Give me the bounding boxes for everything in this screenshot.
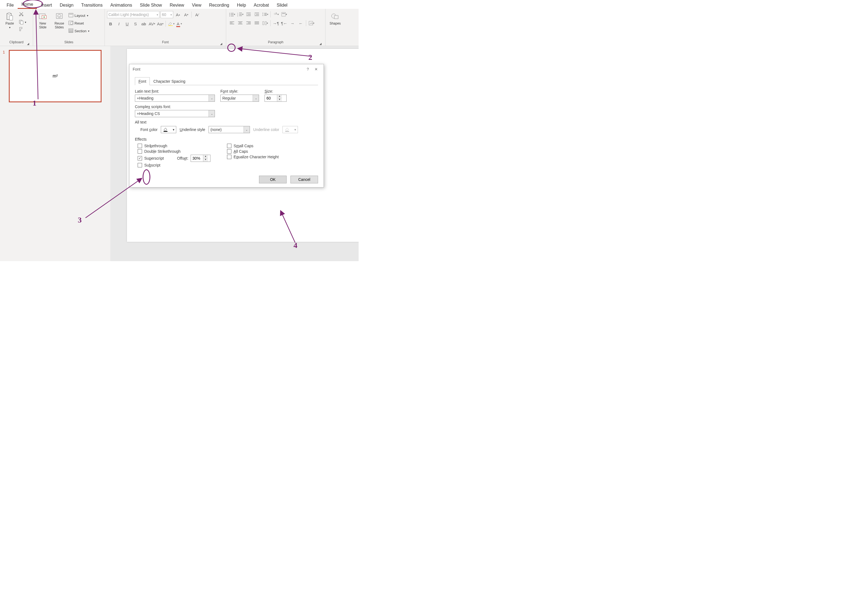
bold-icon[interactable]: B <box>107 20 114 27</box>
tab-animations[interactable]: Animations <box>107 1 136 9</box>
rtl2-icon[interactable]: ← <box>297 20 304 27</box>
font-color-icon[interactable]: A▾ <box>176 20 183 27</box>
dialog-title: Font <box>133 67 140 71</box>
reuse-slides-icon <box>55 12 64 21</box>
align-right-icon[interactable] <box>245 20 252 27</box>
clear-format-icon[interactable]: A⁄ <box>193 11 201 18</box>
reuse-slides-button[interactable]: Reuse Slides <box>52 11 67 29</box>
underline-icon[interactable]: U <box>124 20 131 27</box>
indent-increase-icon[interactable] <box>253 11 260 18</box>
tab-recording[interactable]: Recording <box>205 1 233 9</box>
annotation-number-1: 1 <box>33 99 36 108</box>
format-painter-icon[interactable] <box>19 27 26 33</box>
paste-icon <box>5 12 14 21</box>
highlight-icon[interactable]: ▾ <box>167 20 175 27</box>
dialog-close-button[interactable]: × <box>312 66 320 72</box>
smallcaps-checkbox[interactable] <box>227 144 231 148</box>
copy-button[interactable]: ▾ <box>19 19 26 25</box>
underline-color-picker: ▼ <box>282 126 298 133</box>
tab-help[interactable]: Help <box>233 1 250 9</box>
underline-style-label: Underline style <box>179 127 205 132</box>
superscript-label: Superscript <box>144 156 164 160</box>
font-name-combo[interactable]: Calibri Light (Headings)▾ <box>107 11 159 18</box>
tab-insert[interactable]: Insert <box>37 1 56 9</box>
smartart-icon[interactable]: ▾ <box>308 20 315 27</box>
ltr-icon[interactable]: →¶ <box>272 20 279 27</box>
text-direction-icon[interactable]: ↕A▾ <box>272 11 279 18</box>
clipboard-launcher-icon[interactable]: ◢ <box>26 41 30 45</box>
indent-decrease-icon[interactable] <box>245 11 252 18</box>
shapes-button[interactable]: Shapes <box>328 11 343 25</box>
strike-label: Strikethrough <box>144 144 167 148</box>
slide-thumbnails: 1 m² <box>0 46 110 261</box>
dialog-help-button[interactable]: ? <box>304 67 312 71</box>
ltr2-icon[interactable]: → <box>289 20 296 27</box>
subscript-checkbox[interactable] <box>138 163 142 167</box>
font-size-label: Size: <box>264 89 286 93</box>
tab-slideshow[interactable]: Slide Show <box>136 1 166 9</box>
dialog-tab-spacing[interactable]: Character Spacing <box>150 77 189 85</box>
allcaps-checkbox[interactable] <box>227 149 231 154</box>
new-slide-button[interactable]: New Slide <box>35 11 50 29</box>
underline-style-combo[interactable]: (none)⌄ <box>209 126 250 133</box>
dialog-tab-font[interactable]: Font <box>135 77 150 85</box>
thumb-number: 1 <box>3 50 5 54</box>
svg-point-18 <box>229 13 230 14</box>
strike-checkbox[interactable] <box>138 144 142 148</box>
complex-font-combo[interactable]: +Heading CS⌄ <box>135 110 215 117</box>
align-text-icon[interactable]: ▾ <box>280 11 288 18</box>
paste-button[interactable]: Paste ▾ <box>2 11 17 29</box>
reset-button[interactable]: Reset <box>68 20 90 27</box>
tab-view[interactable]: View <box>188 1 205 9</box>
svg-rect-37 <box>264 14 267 15</box>
shrink-font-icon[interactable]: A▾ <box>182 11 190 18</box>
columns-icon[interactable]: ▾ <box>261 20 269 27</box>
rtl-icon[interactable]: ¶← <box>280 20 288 27</box>
tab-file[interactable]: File <box>3 1 18 9</box>
superscript-checkbox[interactable]: ✓ <box>138 156 142 160</box>
svg-point-10 <box>58 14 61 18</box>
tab-transitions[interactable]: Transitions <box>77 1 107 9</box>
dblstrike-checkbox[interactable] <box>138 149 142 154</box>
latin-font-combo[interactable]: +Heading⌄ <box>135 94 215 102</box>
font-size-combo[interactable]: 60▾ <box>160 11 173 18</box>
justify-icon[interactable] <box>253 20 260 27</box>
char-spacing-icon[interactable]: AV▾ <box>148 20 156 27</box>
change-case-icon[interactable]: Aa▾ <box>157 20 164 27</box>
svg-rect-32 <box>246 16 251 16</box>
section-button[interactable]: Section▾ <box>68 28 90 34</box>
svg-rect-31 <box>248 14 251 15</box>
allcaps-label: All Caps <box>234 149 248 154</box>
italic-icon[interactable]: I <box>115 20 123 27</box>
svg-rect-2 <box>9 16 13 20</box>
grow-font-icon[interactable]: A▴ <box>174 11 181 18</box>
cut-icon[interactable] <box>19 12 26 18</box>
slide-thumb-1[interactable]: m² <box>9 50 102 102</box>
tab-acrobat[interactable]: Acrobat <box>250 1 273 9</box>
offset-spin[interactable]: ▲▼ <box>190 155 211 162</box>
tab-review[interactable]: Review <box>166 1 188 9</box>
strike-icon[interactable]: ab <box>140 20 147 27</box>
font-size-spin[interactable]: ▲▼ <box>264 94 286 102</box>
font-style-combo[interactable]: Regular⌄ <box>220 94 259 102</box>
paragraph-launcher-icon[interactable]: ◢ <box>319 41 322 45</box>
line-spacing-icon[interactable]: ▾ <box>261 11 269 18</box>
tab-slidel[interactable]: Slidel <box>273 1 291 9</box>
bullets-icon[interactable]: ▾ <box>228 11 236 18</box>
shadow-icon[interactable]: S <box>132 20 139 27</box>
font-color-picker[interactable]: ▼ <box>161 126 176 133</box>
tab-home[interactable]: Home <box>18 0 37 9</box>
cancel-button[interactable]: Cancel <box>291 176 318 183</box>
layout-button[interactable]: Layout▾ <box>68 12 90 19</box>
align-left-icon[interactable] <box>228 20 236 27</box>
numbering-icon[interactable]: 123▾ <box>237 11 244 18</box>
svg-rect-43 <box>230 23 233 23</box>
svg-rect-38 <box>264 15 267 16</box>
equalize-checkbox[interactable] <box>227 155 231 159</box>
svg-rect-23 <box>231 16 234 16</box>
ok-button[interactable]: OK <box>259 176 286 183</box>
tab-design[interactable]: Design <box>56 1 77 9</box>
align-center-icon[interactable] <box>237 20 244 27</box>
group-font: Calibri Light (Headings)▾ 60▾ A▴ A▾ A⁄ B… <box>105 9 226 46</box>
font-launcher-icon[interactable]: ◢ <box>219 41 223 45</box>
